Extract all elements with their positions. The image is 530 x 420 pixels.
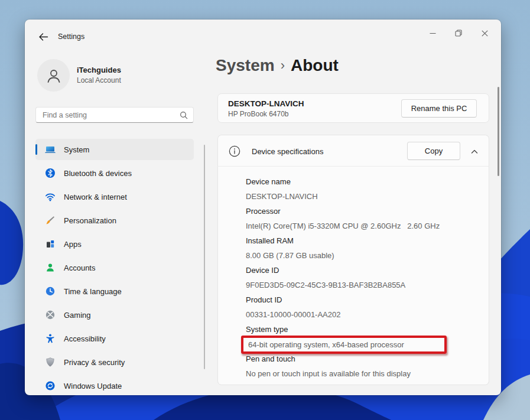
sidebar-item-network-internet[interactable]: Network & internet <box>35 186 194 207</box>
page-title: About <box>291 56 339 74</box>
breadcrumb-system[interactable]: System <box>216 56 275 74</box>
sidebar-item-personalization[interactable]: Personalization <box>35 210 194 231</box>
sidebar-item-windows-update[interactable]: Windows Update <box>35 375 194 395</box>
back-button[interactable] <box>34 29 52 44</box>
minimize-button[interactable] <box>420 24 446 42</box>
sidebar-item-accessibility[interactable]: Accessibility <box>35 328 194 349</box>
sidebar-item-label: System <box>64 145 89 154</box>
user-name: iTechguides <box>77 66 121 74</box>
brush-icon <box>45 215 56 226</box>
spec-label: Product ID <box>246 292 489 307</box>
device-name-card: DESKTOP-LNAVICH HP ProBook 6470b Rename … <box>217 93 489 123</box>
sidebar-nav: System Bluetooth & devices Network & int… <box>35 139 194 395</box>
spec-row: Device name DESKTOP-LNAVICH <box>246 174 489 204</box>
spec-value: 64-bit operating system, x64-based proce… <box>248 340 404 349</box>
sidebar-item-label: Bluetooth & devices <box>64 169 132 178</box>
sidebar-item-label: Network & internet <box>64 193 127 201</box>
spec-row: Pen and touch No pen or touch input is a… <box>246 351 489 381</box>
back-arrow-icon <box>38 32 48 41</box>
content-scrollbar[interactable] <box>498 87 499 176</box>
user-account-type: Local Account <box>77 76 121 84</box>
xbox-icon <box>45 310 56 320</box>
spec-label: Device ID <box>246 263 489 278</box>
account-icon <box>45 262 56 273</box>
search-box <box>35 107 194 123</box>
info-icon <box>229 145 240 157</box>
device-specifications-body: Device name DESKTOP-LNAVICH Processor In… <box>217 167 489 385</box>
spec-value: DESKTOP-LNAVICH <box>246 189 489 204</box>
titlebar: Settings <box>25 19 501 45</box>
sidebar-item-privacy-security[interactable]: Privacy & security <box>35 351 194 373</box>
maximize-button[interactable] <box>446 24 472 42</box>
sidebar-item-time-language[interactable]: Time & language <box>35 281 194 302</box>
selection-indicator <box>35 144 37 155</box>
apps-icon <box>45 239 56 249</box>
update-icon <box>45 380 56 391</box>
sidebar-item-label: Accessibility <box>64 334 106 343</box>
person-icon <box>45 67 63 84</box>
clock-icon <box>45 286 56 297</box>
close-icon <box>482 30 488 37</box>
spec-row: Installed RAM 8.00 GB (7.87 GB usable) <box>246 233 489 263</box>
minimize-icon <box>430 30 436 37</box>
bluetooth-icon <box>45 168 56 178</box>
search-input[interactable] <box>36 108 178 122</box>
wifi-icon <box>45 191 56 202</box>
specs-card-title: Device specifications <box>252 147 323 156</box>
spec-label: Processor <box>246 204 489 219</box>
spec-row: Device ID 9F0ED3D5-09C2-45C3-9B13-BAF3B2… <box>246 263 489 292</box>
sidebar-item-label: Privacy & security <box>64 358 125 367</box>
breadcrumb: System›About <box>216 56 339 75</box>
sidebar-item-system[interactable]: System <box>35 139 194 160</box>
annotation-highlight-box: 64-bit operating system, x64-based proce… <box>241 336 447 354</box>
spec-value: 8.00 GB (7.87 GB usable) <box>246 248 489 263</box>
sidebar-item-label: Personalization <box>64 216 116 225</box>
sidebar-item-label: Windows Update <box>64 382 122 390</box>
accessibility-icon <box>45 333 56 344</box>
search-icon[interactable] <box>179 110 188 120</box>
app-title: Settings <box>58 32 84 41</box>
sidebar-item-bluetooth-devices[interactable]: Bluetooth & devices <box>35 162 194 184</box>
chevron-up-icon[interactable] <box>469 146 480 158</box>
breadcrumb-separator: › <box>281 58 285 73</box>
rename-pc-button[interactable]: Rename this PC <box>401 99 477 118</box>
restore-icon <box>455 30 462 37</box>
user-avatar[interactable] <box>37 59 70 92</box>
sidebar-item-label: Gaming <box>64 311 91 320</box>
sidebar-item-label: Accounts <box>64 263 95 272</box>
spec-row: Processor Intel(R) Core(TM) i5-3320M CPU… <box>246 204 489 233</box>
device-name: DESKTOP-LNAVICH <box>228 99 304 108</box>
sidebar-scrollbar[interactable] <box>204 145 205 369</box>
spec-value: Intel(R) Core(TM) i5-3320M CPU @ 2.60GHz… <box>246 219 489 233</box>
sidebar-item-label: Time & language <box>64 287 122 296</box>
sidebar-item-gaming[interactable]: Gaming <box>35 304 194 325</box>
sidebar-item-accounts[interactable]: Accounts <box>35 257 194 278</box>
copy-button[interactable]: Copy <box>407 142 460 160</box>
spec-label: Device name <box>246 174 489 189</box>
spec-label: Installed RAM <box>246 233 489 248</box>
settings-window: Settings iTechguides Local Account <box>25 19 501 395</box>
spec-label: System type <box>246 322 489 337</box>
spec-value: 00331-10000-00001-AA202 <box>246 307 489 322</box>
sidebar-item-apps[interactable]: Apps <box>35 233 194 255</box>
close-button[interactable] <box>472 24 498 42</box>
spec-value: 9F0ED3D5-09C2-45C3-9B13-BAF3B2BA855A <box>246 278 489 292</box>
spec-row-system-type: System type 64-bit operating system, x64… <box>246 322 489 351</box>
spec-value: No pen or touch input is available for t… <box>246 366 489 381</box>
device-model: HP ProBook 6470b <box>228 110 289 118</box>
system-icon <box>45 144 56 155</box>
shield-icon <box>45 357 56 367</box>
spec-row: Product ID 00331-10000-00001-AA202 <box>246 292 489 322</box>
sidebar-item-label: Apps <box>64 240 82 249</box>
device-specifications-header[interactable]: Device specifications Copy <box>217 135 489 167</box>
